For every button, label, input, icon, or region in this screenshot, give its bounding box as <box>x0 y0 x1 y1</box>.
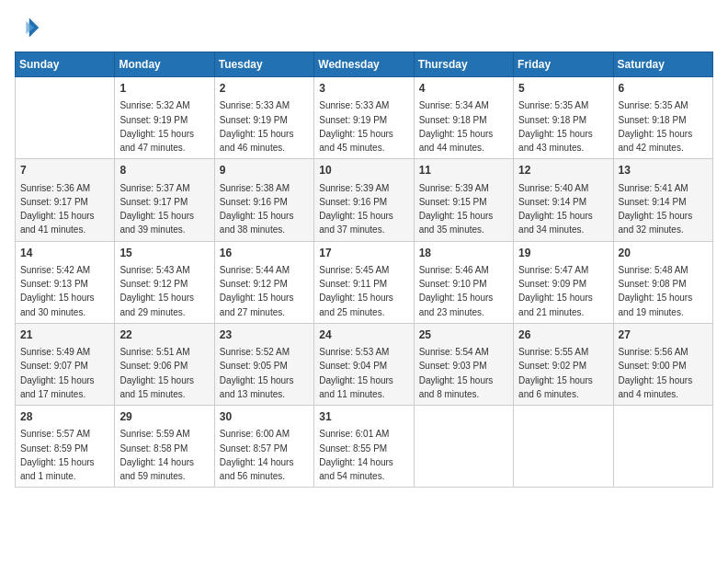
calendar-header: SundayMondayTuesdayWednesdayThursdayFrid… <box>16 52 713 77</box>
day-info: Sunrise: 5:35 AMSunset: 9:18 PMDaylight:… <box>518 100 593 153</box>
day-number: 30 <box>220 409 309 425</box>
weekday-header-row: SundayMondayTuesdayWednesdayThursdayFrid… <box>16 52 713 77</box>
weekday-header-thursday: Thursday <box>414 52 513 77</box>
calendar-cell <box>514 406 613 488</box>
logo-icon <box>15 15 40 40</box>
day-info: Sunrise: 5:56 AMSunset: 9:00 PMDaylight:… <box>619 347 693 399</box>
calendar-cell: 22Sunrise: 5:51 AMSunset: 9:06 PMDayligh… <box>115 323 214 405</box>
logo <box>15 15 44 40</box>
day-info: Sunrise: 5:38 AMSunset: 9:16 PMDaylight:… <box>220 183 294 236</box>
day-number: 22 <box>119 327 209 343</box>
calendar-cell: 18Sunrise: 5:46 AMSunset: 9:10 PMDayligh… <box>414 241 513 323</box>
calendar-cell: 27Sunrise: 5:56 AMSunset: 9:00 PMDayligh… <box>613 323 712 405</box>
calendar-cell: 9Sunrise: 5:38 AMSunset: 9:16 PMDaylight… <box>214 159 313 241</box>
day-number: 24 <box>319 327 408 343</box>
calendar-week-2: 7Sunrise: 5:36 AMSunset: 9:17 PMDaylight… <box>16 159 713 241</box>
calendar-cell: 29Sunrise: 5:59 AMSunset: 8:58 PMDayligh… <box>115 406 214 488</box>
day-number: 18 <box>419 246 508 261</box>
calendar-cell: 8Sunrise: 5:37 AMSunset: 9:17 PMDaylight… <box>115 159 214 241</box>
calendar-cell: 14Sunrise: 5:42 AMSunset: 9:13 PMDayligh… <box>16 241 115 323</box>
day-info: Sunrise: 5:33 AMSunset: 9:19 PMDaylight:… <box>220 100 294 153</box>
calendar-cell: 24Sunrise: 5:53 AMSunset: 9:04 PMDayligh… <box>314 323 414 405</box>
day-info: Sunrise: 5:37 AMSunset: 9:17 PMDaylight:… <box>119 183 194 236</box>
day-info: Sunrise: 5:48 AMSunset: 9:08 PMDaylight:… <box>619 265 693 317</box>
day-info: Sunrise: 5:47 AMSunset: 9:09 PMDaylight:… <box>518 265 593 317</box>
day-number: 2 <box>220 81 309 97</box>
calendar-cell: 11Sunrise: 5:39 AMSunset: 9:15 PMDayligh… <box>414 159 513 241</box>
calendar-cell: 19Sunrise: 5:47 AMSunset: 9:09 PMDayligh… <box>514 241 613 323</box>
calendar-table: SundayMondayTuesdayWednesdayThursdayFrid… <box>15 52 713 488</box>
weekday-header-wednesday: Wednesday <box>314 52 414 77</box>
calendar-cell: 17Sunrise: 5:45 AMSunset: 9:11 PMDayligh… <box>314 241 414 323</box>
day-info: Sunrise: 5:57 AMSunset: 8:59 PMDaylight:… <box>20 429 95 481</box>
day-number: 9 <box>220 163 309 178</box>
calendar-cell: 7Sunrise: 5:36 AMSunset: 9:17 PMDaylight… <box>16 159 115 241</box>
calendar-cell: 20Sunrise: 5:48 AMSunset: 9:08 PMDayligh… <box>613 241 712 323</box>
day-number: 8 <box>119 163 209 178</box>
day-number: 17 <box>319 246 408 261</box>
calendar-cell: 31Sunrise: 6:01 AMSunset: 8:55 PMDayligh… <box>314 406 414 488</box>
day-info: Sunrise: 5:41 AMSunset: 9:14 PMDaylight:… <box>619 183 693 236</box>
day-info: Sunrise: 6:01 AMSunset: 8:55 PMDaylight:… <box>319 429 393 481</box>
day-number: 11 <box>419 163 508 178</box>
calendar-cell: 15Sunrise: 5:43 AMSunset: 9:12 PMDayligh… <box>115 241 214 323</box>
calendar-cell: 6Sunrise: 5:35 AMSunset: 9:18 PMDaylight… <box>613 77 712 159</box>
day-info: Sunrise: 5:59 AMSunset: 8:58 PMDaylight:… <box>119 429 194 481</box>
day-number: 31 <box>319 409 408 425</box>
calendar-cell <box>16 77 115 159</box>
day-number: 12 <box>518 163 608 178</box>
calendar-cell: 4Sunrise: 5:34 AMSunset: 9:18 PMDaylight… <box>414 77 513 159</box>
day-number: 16 <box>220 246 309 261</box>
day-number: 14 <box>20 246 109 261</box>
day-info: Sunrise: 5:49 AMSunset: 9:07 PMDaylight:… <box>20 347 95 399</box>
weekday-header-friday: Friday <box>514 52 613 77</box>
day-number: 26 <box>518 327 608 343</box>
calendar-cell: 3Sunrise: 5:33 AMSunset: 9:19 PMDaylight… <box>314 77 414 159</box>
day-info: Sunrise: 5:44 AMSunset: 9:12 PMDaylight:… <box>220 265 294 317</box>
calendar-cell: 1Sunrise: 5:32 AMSunset: 9:19 PMDaylight… <box>115 77 214 159</box>
day-number: 13 <box>619 163 708 178</box>
day-number: 29 <box>119 409 209 425</box>
day-info: Sunrise: 5:45 AMSunset: 9:11 PMDaylight:… <box>319 265 393 317</box>
day-number: 5 <box>518 81 608 97</box>
day-number: 27 <box>619 327 708 343</box>
calendar-cell: 2Sunrise: 5:33 AMSunset: 9:19 PMDaylight… <box>214 77 313 159</box>
calendar-cell <box>414 406 513 488</box>
day-info: Sunrise: 5:33 AMSunset: 9:19 PMDaylight:… <box>319 100 393 153</box>
day-info: Sunrise: 5:36 AMSunset: 9:17 PMDaylight:… <box>20 183 95 236</box>
day-number: 1 <box>119 81 209 97</box>
calendar-cell: 25Sunrise: 5:54 AMSunset: 9:03 PMDayligh… <box>414 323 513 405</box>
day-info: Sunrise: 5:32 AMSunset: 9:19 PMDaylight:… <box>119 100 194 153</box>
calendar-cell: 12Sunrise: 5:40 AMSunset: 9:14 PMDayligh… <box>514 159 613 241</box>
day-info: Sunrise: 5:53 AMSunset: 9:04 PMDaylight:… <box>319 347 393 399</box>
day-number: 6 <box>619 81 708 97</box>
day-number: 10 <box>319 163 408 178</box>
day-number: 7 <box>20 163 109 178</box>
calendar-cell: 16Sunrise: 5:44 AMSunset: 9:12 PMDayligh… <box>214 241 313 323</box>
weekday-header-monday: Monday <box>115 52 214 77</box>
day-info: Sunrise: 5:43 AMSunset: 9:12 PMDaylight:… <box>119 265 194 317</box>
calendar-cell: 10Sunrise: 5:39 AMSunset: 9:16 PMDayligh… <box>314 159 414 241</box>
day-number: 3 <box>319 81 408 97</box>
day-info: Sunrise: 5:39 AMSunset: 9:15 PMDaylight:… <box>419 183 494 236</box>
day-number: 20 <box>619 246 708 261</box>
day-number: 21 <box>20 327 109 343</box>
calendar-cell: 30Sunrise: 6:00 AMSunset: 8:57 PMDayligh… <box>214 406 313 488</box>
calendar-week-1: 1Sunrise: 5:32 AMSunset: 9:19 PMDaylight… <box>16 77 713 159</box>
day-info: Sunrise: 5:46 AMSunset: 9:10 PMDaylight:… <box>419 265 494 317</box>
calendar-week-4: 21Sunrise: 5:49 AMSunset: 9:07 PMDayligh… <box>16 323 713 405</box>
calendar-cell: 28Sunrise: 5:57 AMSunset: 8:59 PMDayligh… <box>16 406 115 488</box>
calendar-cell: 23Sunrise: 5:52 AMSunset: 9:05 PMDayligh… <box>214 323 313 405</box>
weekday-header-tuesday: Tuesday <box>214 52 313 77</box>
day-number: 28 <box>20 409 109 425</box>
calendar-cell <box>613 406 712 488</box>
calendar-cell: 13Sunrise: 5:41 AMSunset: 9:14 PMDayligh… <box>613 159 712 241</box>
calendar-cell: 21Sunrise: 5:49 AMSunset: 9:07 PMDayligh… <box>16 323 115 405</box>
day-number: 25 <box>419 327 508 343</box>
day-info: Sunrise: 5:55 AMSunset: 9:02 PMDaylight:… <box>518 347 593 399</box>
day-number: 23 <box>220 327 309 343</box>
calendar-week-3: 14Sunrise: 5:42 AMSunset: 9:13 PMDayligh… <box>16 241 713 323</box>
header <box>15 15 713 40</box>
weekday-header-sunday: Sunday <box>16 52 115 77</box>
calendar-cell: 26Sunrise: 5:55 AMSunset: 9:02 PMDayligh… <box>514 323 613 405</box>
